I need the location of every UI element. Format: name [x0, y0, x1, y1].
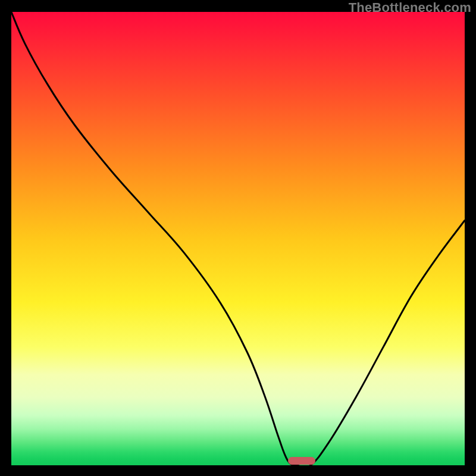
plot-area: [11, 12, 465, 465]
chart-container: TheBottleneck.com: [0, 0, 476, 476]
watermark-text: TheBottleneck.com: [349, 0, 471, 15]
optimal-marker: [288, 457, 315, 465]
bottleneck-curve: [11, 12, 465, 465]
